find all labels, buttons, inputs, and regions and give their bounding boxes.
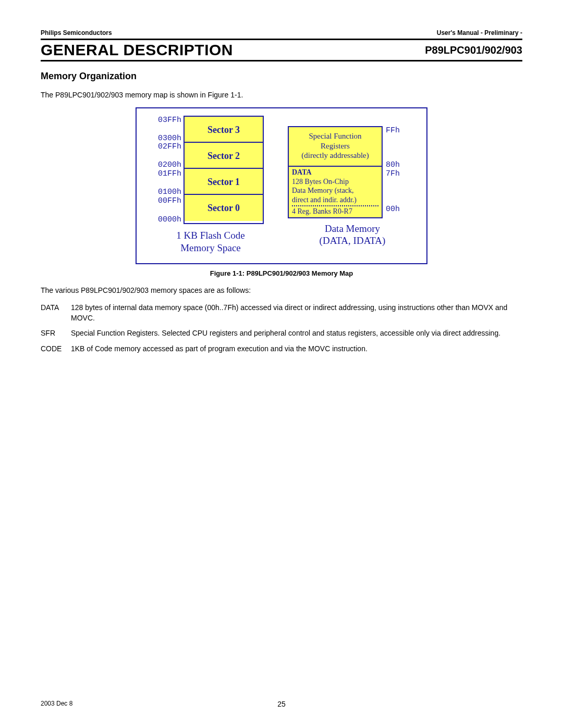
addr: 0000h	[146, 215, 181, 224]
flash-caption: 1 KB Flash Code Memory Space	[176, 229, 244, 254]
def-desc: 128 bytes of internal data memory space …	[71, 303, 522, 323]
memory-map-figure: 03FFh 0300h 02FFh 0200h 01FFh 0100h 00FF…	[136, 107, 427, 265]
addr: 00h	[386, 205, 412, 214]
def-row: SFR Special Function Registers. Selected…	[41, 328, 522, 339]
sfr-block: Special Function Registers (directly add…	[289, 127, 382, 167]
page-title: GENERAL DESCRIPTION	[41, 41, 233, 59]
addr: 01FFh	[146, 170, 181, 179]
figure-caption: Figure 1-1: P89LPC901/902/903 Memory Map	[41, 269, 522, 277]
spaces-intro: The various P89LPC901/902/903 memory spa…	[41, 286, 522, 295]
flash-caption-l1: 1 KB Flash Code	[176, 230, 244, 241]
page: Philips Semiconductors User's Manual - P…	[0, 0, 563, 728]
flash-address-labels: 03FFh 0300h 02FFh 0200h 01FFh 0100h 00FF…	[146, 116, 183, 224]
data-l2: Data Memory (stack,	[292, 187, 354, 194]
addr: 02FFh	[146, 143, 181, 152]
header-left: Philips Semiconductors	[41, 29, 112, 36]
title-bar: GENERAL DESCRIPTION P89LPC901/902/903	[41, 39, 522, 61]
sfr-l1: Special Function	[309, 132, 361, 140]
data-l3: direct and indir. addr.)	[292, 196, 357, 204]
addr: 0200h	[146, 161, 181, 170]
flash-caption-l2: Memory Space	[180, 242, 241, 253]
data-row: Special Function Registers (directly add…	[288, 126, 417, 218]
reg-banks: 4 Reg. Banks R0-R7	[292, 205, 378, 216]
header-right: User's Manual - Preliminary -	[437, 29, 522, 36]
sector: Sector 0	[185, 195, 263, 221]
footer-date: 2003 Dec 8	[41, 700, 72, 707]
data-caption-l1: Data Memory	[325, 223, 380, 234]
addr: 0300h	[146, 134, 181, 143]
sector: Sector 3	[185, 117, 263, 143]
data-column: Special Function Registers (directly add…	[288, 116, 417, 254]
def-term: SFR	[41, 328, 71, 339]
data-block-lower: DATA 128 Bytes On-Chip Data Memory (stac…	[289, 167, 382, 217]
intro-text: The P89LPC901/902/903 memory map is show…	[41, 90, 522, 100]
section-heading: Memory Organization	[41, 71, 522, 82]
definitions: DATA 128 bytes of internal data memory s…	[41, 303, 522, 354]
sector: Sector 2	[185, 143, 263, 169]
flash-sectors: Sector 3 Sector 2 Sector 1 Sector 0	[183, 116, 264, 224]
addr: 00FFh	[146, 197, 181, 206]
def-term: CODE	[41, 344, 71, 354]
flash-column: 03FFh 0300h 02FFh 0200h 01FFh 0100h 00FF…	[146, 116, 275, 254]
footer: 2003 Dec 8 25	[41, 700, 522, 707]
data-heading: DATA	[292, 168, 312, 176]
sfr-l2: Registers	[321, 142, 350, 150]
def-row: DATA 128 bytes of internal data memory s…	[41, 303, 522, 323]
data-l1: 128 Bytes On-Chip	[292, 178, 349, 186]
page-number: 25	[277, 700, 286, 708]
def-desc: 1KB of Code memory accessed as part of p…	[71, 344, 522, 354]
addr: 0100h	[146, 188, 181, 197]
data-memory-block: Special Function Registers (directly add…	[288, 126, 383, 218]
addr: 03FFh	[146, 116, 181, 125]
data-caption: Data Memory (DATA, IDATA)	[320, 223, 386, 248]
addr: FFh	[386, 126, 412, 135]
data-address-labels: FFh 80h 7Fh 00h	[383, 126, 412, 214]
flash-row: 03FFh 0300h 02FFh 0200h 01FFh 0100h 00FF…	[146, 116, 275, 224]
sfr-l3: (directly addressable)	[301, 151, 369, 159]
def-desc: Special Function Registers. Selected CPU…	[71, 328, 522, 339]
addr: 7Fh	[386, 170, 412, 179]
def-row: CODE 1KB of Code memory accessed as part…	[41, 344, 522, 354]
sector: Sector 1	[185, 169, 263, 195]
header-line: Philips Semiconductors User's Manual - P…	[41, 29, 522, 36]
data-caption-l2: (DATA, IDATA)	[320, 235, 386, 246]
def-term: DATA	[41, 303, 71, 323]
addr: 80h	[386, 161, 412, 170]
part-number: P89LPC901/902/903	[425, 44, 522, 56]
